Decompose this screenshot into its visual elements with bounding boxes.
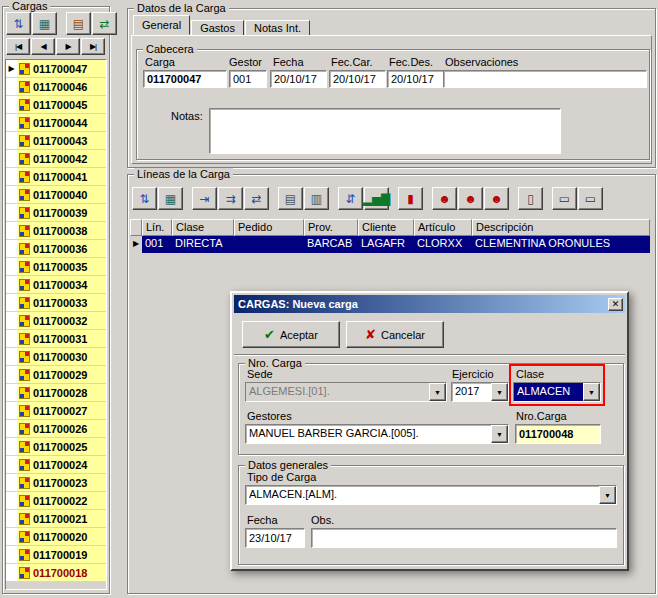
search-cargas-button[interactable]: ▦ xyxy=(32,12,57,35)
grid-cell[interactable]: DIRECTA xyxy=(172,236,234,253)
recalc-lines-button[interactable]: ⇵ xyxy=(338,187,363,210)
status-red-2-button[interactable]: ☻ xyxy=(458,187,483,210)
cargo-list-item[interactable]: 011700038 xyxy=(6,222,106,240)
transfer-line-button[interactable]: ⇄ xyxy=(244,187,269,210)
cargo-list-item[interactable]: 011700045 xyxy=(6,96,106,114)
cargo-list-item[interactable]: 011700024 xyxy=(6,456,106,474)
insert-line-button[interactable]: ⇥ xyxy=(192,187,217,210)
edit-lines-button[interactable]: ▦ xyxy=(158,187,183,210)
cargo-list-item[interactable]: 011700036 xyxy=(6,240,106,258)
cargo-doc-icon xyxy=(19,135,30,147)
split-lines-button[interactable]: ▤ xyxy=(278,187,303,210)
cargo-list-item[interactable]: 011700040 xyxy=(6,186,106,204)
column-header[interactable]: Clase xyxy=(172,219,234,236)
cargo-list-item[interactable]: 011700028 xyxy=(6,384,106,402)
cargo-list-item[interactable]: 011700033 xyxy=(6,294,106,312)
cargo-list-item[interactable]: 011700046 xyxy=(6,78,106,96)
fec-des-field[interactable] xyxy=(387,70,444,88)
cargo-list-item[interactable]: 011700032 xyxy=(6,312,106,330)
dialog-fecha-field[interactable] xyxy=(245,528,305,548)
cargo-list-item[interactable]: 011700018 xyxy=(6,564,106,582)
cargo-doc-icon xyxy=(19,567,30,579)
nav-last-button[interactable]: ▶| xyxy=(81,38,105,55)
close-icon[interactable]: ✕ xyxy=(608,298,623,311)
tipo-carga-combo[interactable]: ALMACEN.[ALM]. ▼ xyxy=(245,485,617,505)
filter-cargas-button[interactable]: ⇅ xyxy=(6,12,31,35)
cargo-list-item[interactable]: 011700027 xyxy=(6,402,106,420)
cargo-list-item[interactable]: 011700031 xyxy=(6,330,106,348)
group-lines-button[interactable]: ▥ xyxy=(304,187,329,210)
cargo-list-item[interactable]: ▶011700047 xyxy=(6,60,106,78)
cargo-list-item[interactable]: 011700020 xyxy=(6,528,106,546)
cargo-list-item[interactable]: 011700030 xyxy=(6,348,106,366)
sort-lines-button[interactable]: ⇅ xyxy=(132,187,157,210)
grid-cell[interactable]: 001 xyxy=(142,236,172,253)
nav-first-button[interactable]: |◀ xyxy=(6,38,30,55)
grid-cell[interactable]: CLEMENTINA ORONULES xyxy=(472,236,650,253)
gestor-field[interactable] xyxy=(229,70,267,88)
cargo-list-item[interactable]: 011700021 xyxy=(6,510,106,528)
nav-prev-button[interactable]: ◀ xyxy=(31,38,55,55)
column-header[interactable]: Lín. xyxy=(142,219,172,236)
ejercicio-combo-arrow[interactable]: ▼ xyxy=(491,383,508,401)
status-red-3-button[interactable]: ☻ xyxy=(484,187,509,210)
print-preview-button[interactable]: ▭ xyxy=(578,187,603,210)
cargo-list-item[interactable]: 011700034 xyxy=(6,276,106,294)
cargo-list-item[interactable]: 011700044 xyxy=(6,114,106,132)
cargo-list-item[interactable]: 011700023 xyxy=(6,474,106,492)
cargo-list-item[interactable]: 011700042 xyxy=(6,150,106,168)
cartridge-button[interactable]: ▮ xyxy=(398,187,423,210)
column-header[interactable]: Prov. xyxy=(304,219,358,236)
ejercicio-combo[interactable]: 2017 ▼ xyxy=(451,382,509,402)
move-line-button[interactable]: ⇉ xyxy=(218,187,243,210)
clase-label: Clase xyxy=(516,368,544,380)
cargo-list-item[interactable]: 011700029 xyxy=(6,366,106,384)
dialog-obs-field[interactable] xyxy=(311,528,617,548)
aceptar-button[interactable]: ✔ Aceptar xyxy=(242,321,340,348)
nro-carga-field[interactable] xyxy=(515,424,601,444)
clase-combo-arrow[interactable]: ▼ xyxy=(583,383,600,401)
tipo-carga-label: Tipo de Carga xyxy=(247,471,316,483)
row-indicator xyxy=(6,168,17,185)
fecha-field[interactable] xyxy=(270,70,327,88)
nav-next-button[interactable]: ▶ xyxy=(56,38,80,55)
column-header[interactable]: Pedido xyxy=(234,219,304,236)
observaciones-field[interactable] xyxy=(443,70,647,88)
sede-combo[interactable]: ALGEMESI.[01]. ▼ xyxy=(245,382,447,402)
column-header[interactable]: Descripción xyxy=(472,219,650,236)
cargo-list-item[interactable]: 011700041 xyxy=(6,168,106,186)
clase-combo[interactable]: ALMACEN ▼ xyxy=(513,382,601,402)
tipo-carga-combo-arrow[interactable]: ▼ xyxy=(599,486,616,504)
refresh-cargas-button[interactable]: ▤ xyxy=(66,12,91,35)
gestores-combo[interactable]: MANUEL BARBER GARCIA.[005]. ▼ xyxy=(245,424,509,444)
cargo-list-item[interactable]: 011700043 xyxy=(6,132,106,150)
gestores-combo-arrow[interactable]: ▼ xyxy=(491,425,508,443)
cargo-list-item[interactable]: 011700039 xyxy=(6,204,106,222)
grid-row[interactable]: ▶001DIRECTABARCABLAGAFRCLORXXCLEMENTINA … xyxy=(130,236,650,253)
delete-line-button[interactable]: ▯ xyxy=(518,187,543,210)
cargo-list-item[interactable]: 011700019 xyxy=(6,546,106,564)
sede-combo-arrow[interactable]: ▼ xyxy=(429,383,446,401)
cargo-doc-icon xyxy=(19,477,30,489)
order-cargas-button[interactable]: ⇄ xyxy=(92,12,117,35)
grid-cell[interactable]: BARCAB xyxy=(304,236,358,253)
notas-field[interactable] xyxy=(209,108,561,154)
tab-general[interactable]: General xyxy=(133,15,190,35)
grid-cell[interactable]: LAGAFR xyxy=(358,236,414,253)
cancelar-button[interactable]: ✘ Cancelar xyxy=(346,321,444,348)
grid-cell[interactable] xyxy=(234,236,304,253)
carga-field[interactable] xyxy=(143,70,227,88)
column-header[interactable]: Artículo xyxy=(414,219,472,236)
column-header[interactable]: Cliente xyxy=(358,219,414,236)
print-button[interactable]: ▭ xyxy=(552,187,577,210)
fec-car-field[interactable] xyxy=(329,70,386,88)
cargo-list-item[interactable]: 011700035 xyxy=(6,258,106,276)
status-red-1-button[interactable]: ☻ xyxy=(432,187,457,210)
cargo-list-item[interactable]: 011700025 xyxy=(6,438,106,456)
chart-lines-button[interactable]: ▂▅▇ xyxy=(364,187,389,210)
cargo-list-item[interactable]: 011700026 xyxy=(6,420,106,438)
row-indicator xyxy=(6,258,17,275)
grid-cell[interactable]: CLORXX xyxy=(414,236,472,253)
dialog-titlebar[interactable]: CARGAS: Nueva carga ✕ xyxy=(234,295,625,313)
cargo-list-item[interactable]: 011700022 xyxy=(6,492,106,510)
